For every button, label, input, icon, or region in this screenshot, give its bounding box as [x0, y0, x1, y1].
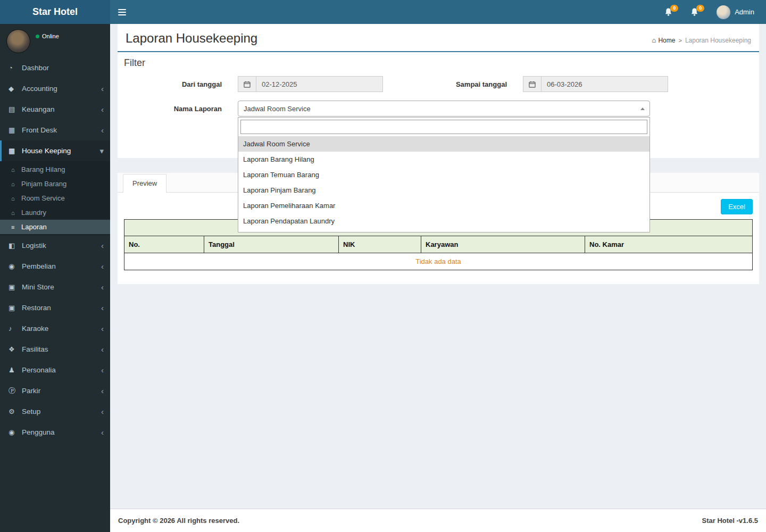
notifications-menu-1[interactable]: 0 [664, 7, 672, 16]
menu-item-icon: ▣ [9, 283, 22, 291]
submenu-item-label: Laporan [21, 223, 104, 231]
menu-item-label: Setup [22, 408, 101, 415]
sidebar-user-avatar [6, 29, 30, 53]
submenu-item-icon: ⌂ [11, 167, 21, 173]
sidebar-item[interactable]: Ⓟ Parkir ‹ [0, 380, 110, 401]
menu-item-icon: ◉ [9, 428, 22, 436]
sidebar-toggle-button[interactable] [110, 0, 134, 24]
chevron-left-icon: ‹ [101, 262, 104, 270]
sidebar-subitem[interactable]: ⌂ Room Service [0, 191, 110, 205]
submenu-item-icon: ⌂ [11, 181, 21, 187]
chevron-left-icon: ‹ [101, 345, 104, 353]
column-header: Tanggal [204, 236, 339, 253]
dropdown-options: Jadwal Room Service Laporan Barang Hilan… [238, 136, 650, 232]
dropdown-search [238, 118, 650, 136]
menu-item-label: House Keeping [22, 147, 99, 155]
calendar-icon [523, 76, 541, 92]
brand-logo[interactable]: Star Hotel [0, 0, 110, 24]
menu-item-label: Mini Store [22, 283, 101, 291]
chevron-left-icon: ‹ [101, 242, 104, 250]
sidebar-item[interactable]: ▦ Front Desk ‹ [0, 120, 110, 140]
menu-item-icon: ♪ [9, 325, 22, 332]
sidebar-menu: ◔ Dashbor ◆ Accounting ‹ ▤ Keuangan ‹ [0, 57, 110, 443]
dropdown-option[interactable]: Laporan Pendapatan Laundry [238, 213, 650, 229]
sidebar-item[interactable]: ♟ Personalia ‹ [0, 360, 110, 380]
from-date-input[interactable] [256, 76, 383, 92]
user-menu[interactable]: Admin [717, 5, 754, 19]
copyright-text: Copyright © 2026 All rights reserved. [118, 517, 239, 525]
dropdown-option[interactable]: Laporan Temuan Barang [238, 167, 650, 182]
dropdown-option[interactable]: Jadwal Room Service [238, 136, 650, 152]
sidebar-item[interactable]: ◔ Dashbor [0, 57, 110, 78]
menu-item-label: Parkir [22, 387, 101, 395]
sidebar-item[interactable]: ❖ Fasilitas ‹ [0, 339, 110, 360]
online-dot-icon [36, 35, 39, 38]
menu-item-icon: ◉ [9, 262, 22, 270]
submenu-item-icon: ⌂ [11, 210, 21, 216]
menu-item-label: Pembelian [22, 262, 101, 270]
chevron-left-icon: ‹ [101, 126, 104, 134]
top-navbar: Star Hotel 0 0 Adm [0, 0, 766, 24]
sidebar-item[interactable]: ▣ Mini Store ‹ [0, 277, 110, 297]
menu-item-icon: ▣ [9, 304, 22, 312]
hamburger-icon [118, 9, 126, 10]
chevron-left-icon: ‹ [101, 408, 104, 415]
sidebar-item[interactable]: ▤ Keuangan ‹ [0, 99, 110, 120]
menu-item-icon: ▦ [9, 126, 22, 134]
sidebar-item[interactable]: ◉ Pembelian ‹ [0, 256, 110, 277]
footer: Copyright © 2026 All rights reserved. St… [110, 509, 766, 532]
submenu-item-label: Barang Hilang [21, 165, 104, 173]
report-filter-row: Nama Laporan Jadwal Room Service Jadwal … [124, 101, 753, 117]
menu-item-icon: ◧ [9, 242, 22, 250]
to-date-input[interactable] [541, 76, 668, 92]
sidebar-item[interactable]: ♪ Karaoke ‹ [0, 318, 110, 339]
menu-item-icon: Ⓟ [9, 386, 22, 396]
dropdown-option[interactable]: Laporan Barang Hilang [238, 152, 650, 167]
report-select-dropdown: Jadwal Room Service Laporan Barang Hilan… [238, 117, 650, 232]
chevron-left-icon: ‹ [101, 428, 104, 436]
to-date-label: Sampai tanggal [399, 80, 507, 88]
sidebar-subitem[interactable]: ⌂ Laundry [0, 205, 110, 220]
page-title: Laporan Housekeeping [126, 31, 257, 46]
sidebar-item-house-keeping[interactable]: ▦ House Keeping ▾ [0, 140, 110, 161]
sidebar-item[interactable]: ◉ Pengguna ‹ [0, 422, 110, 443]
chevron-left-icon: ‹ [101, 387, 104, 395]
filter-panel: Filter Dari tanggal Sampai tanggal Nama … [118, 51, 759, 158]
menu-item-icon: ◆ [9, 85, 22, 93]
breadcrumb-home-link[interactable]: ⌂ Home [652, 36, 676, 44]
sidebar-subitem[interactable]: ≡ Laporan [0, 220, 110, 234]
excel-export-button[interactable]: Excel [721, 199, 753, 214]
sidebar-item[interactable]: ◆ Accounting ‹ [0, 78, 110, 99]
menu-item-icon: ❖ [9, 345, 22, 353]
dropdown-option[interactable]: Laporan Pemeliharaan Kamar [238, 198, 650, 213]
breadcrumb-current: Laporan Housekeeping [685, 37, 751, 44]
from-date-label: Dari tanggal [124, 80, 222, 88]
chevron-down-icon: ▾ [99, 147, 104, 155]
sidebar-item[interactable]: ◧ Logistik ‹ [0, 235, 110, 256]
sidebar-menu-bottom: ◧ Logistik ‹ ◉ Pembelian ‹ ▣ Mini Store … [0, 235, 110, 443]
report-select-value: Jadwal Room Service [244, 105, 311, 113]
sidebar-item[interactable]: ▣ Restoran ‹ [0, 297, 110, 318]
report-select-selection[interactable]: Jadwal Room Service [238, 101, 650, 117]
date-filter-row: Dari tanggal Sampai tanggal [124, 76, 753, 92]
menu-item-label: Front Desk [22, 126, 101, 134]
menu-item-icon: ◔ [9, 64, 22, 72]
sidebar-subitem[interactable]: ⌂ Barang Hilang [0, 162, 110, 177]
sidebar-item[interactable]: ⚙ Setup ‹ [0, 401, 110, 422]
sidebar-menu-top: ◔ Dashbor ◆ Accounting ‹ ▤ Keuangan ‹ [0, 57, 110, 140]
submenu-item-label: Laundry [21, 209, 104, 217]
tab-preview[interactable]: Preview [123, 174, 166, 193]
home-icon: ⌂ [652, 36, 656, 44]
notifications-menu-2[interactable]: 0 [690, 7, 698, 16]
submenu-item-icon: ⌂ [11, 195, 21, 202]
dropdown-search-input[interactable] [240, 120, 647, 134]
sidebar-subitem[interactable]: ⌂ Pinjam Barang [0, 177, 110, 191]
content-header: Laporan Housekeeping ⌂ Home > Laporan Ho… [118, 24, 759, 51]
version-text: Star Hotel -v1.6.5 [702, 517, 759, 525]
calendar-icon [238, 76, 256, 92]
from-date-group [238, 76, 383, 92]
menu-item-icon: ▤ [9, 105, 22, 113]
menu-item-icon: ⚙ [9, 408, 22, 415]
submenu-item-label: Pinjam Barang [21, 180, 104, 188]
dropdown-option[interactable]: Laporan Pinjam Barang [238, 182, 650, 198]
